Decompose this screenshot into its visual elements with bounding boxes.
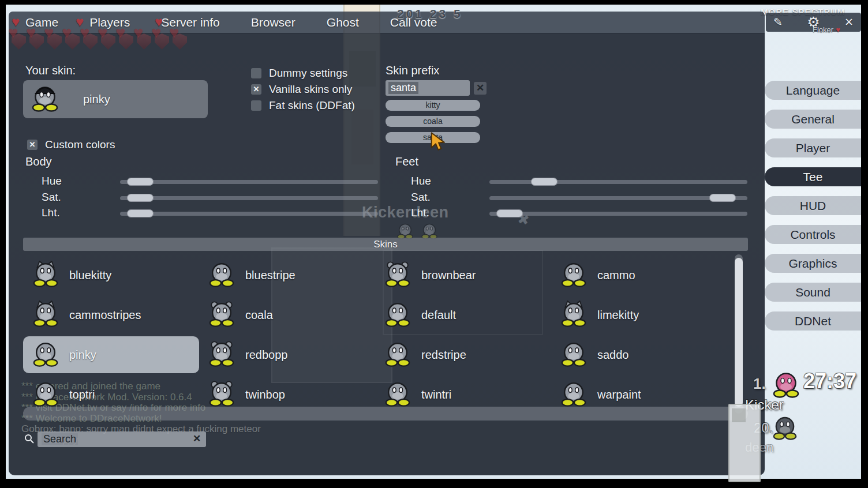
slider-track-bar[interactable] xyxy=(120,180,378,184)
armor-shield-icon xyxy=(119,33,133,50)
body-hue-slider[interactable] xyxy=(120,177,378,186)
skin-item-brownbear[interactable]: brownbear xyxy=(375,257,551,294)
armor-shield-icon xyxy=(137,33,151,50)
slider-handle[interactable] xyxy=(127,194,154,202)
current-skin-avatar-icon xyxy=(31,84,59,114)
tee-avatar-icon xyxy=(384,340,411,369)
tee-settings-panel: Kickerdeen ✖ *** entered and joined the … xyxy=(9,33,765,475)
skin-item-default[interactable]: default xyxy=(375,296,551,333)
body-sat-slider[interactable] xyxy=(120,193,378,202)
slider-handle[interactable] xyxy=(127,178,154,186)
body-lht-slider[interactable] xyxy=(120,209,378,218)
checkbox-fat-skins-ddfat[interactable]: Fat skins (DDFat) xyxy=(251,97,355,114)
skin-item-saddo[interactable]: saddo xyxy=(551,336,727,373)
skin-options: Dummy settings Vanilla skins only Fat sk… xyxy=(251,65,355,114)
checkbox-box-icon[interactable] xyxy=(27,140,38,150)
skin-item-redbopp[interactable]: redbopp xyxy=(199,336,375,373)
skin-item-redstripe[interactable]: redstripe xyxy=(375,336,551,373)
tab-ddnet[interactable]: DDNet xyxy=(765,311,861,331)
armor-shield-icon xyxy=(12,33,26,50)
clear-search-button[interactable]: ✕ xyxy=(190,433,203,445)
skin-name: cammo xyxy=(597,269,635,282)
feet-hue-slider[interactable] xyxy=(489,177,747,186)
current-skin-preview[interactable]: pinky xyxy=(23,80,208,118)
edit-pencil-icon[interactable]: ✎ xyxy=(773,16,783,29)
search-value: Search xyxy=(42,433,78,445)
skins-grid: bluekitty bluestripe brownbear cammo xyxy=(23,257,727,416)
clear-prefix-button[interactable]: ✕ xyxy=(474,82,487,95)
tab-player[interactable]: Player xyxy=(765,138,861,157)
skin-item-cammostripes[interactable]: cammostripes xyxy=(23,296,199,333)
search-input[interactable]: Search ✕ xyxy=(38,431,206,447)
tab-hud[interactable]: HUD xyxy=(765,196,861,215)
skins-header-label: Skins xyxy=(373,239,398,250)
slider-track-bar[interactable] xyxy=(120,196,378,200)
close-icon[interactable]: ✕ xyxy=(844,16,854,29)
checkbox-box-icon[interactable] xyxy=(251,84,261,95)
checkbox-box-icon[interactable] xyxy=(251,68,261,78)
slider-handle[interactable] xyxy=(127,209,154,217)
skin-item-bluestripe[interactable]: bluestripe xyxy=(199,257,375,294)
skin-name: twinbop xyxy=(245,388,285,401)
current-skin-name: pinky xyxy=(83,93,110,106)
spectate-name: Floker xyxy=(813,25,833,34)
tee-avatar-icon xyxy=(32,301,59,329)
custom-colors-checkbox[interactable]: Custom colors xyxy=(27,138,115,151)
armor-shield-icon xyxy=(83,33,98,50)
skin-prefix-input[interactable]: santa xyxy=(386,80,470,96)
checkbox-box-icon[interactable] xyxy=(251,100,261,111)
checkbox-label: Custom colors xyxy=(45,138,115,151)
skin-item-limekitty[interactable]: limekitty xyxy=(551,296,727,333)
skin-name: default xyxy=(421,309,456,322)
tee-avatar-icon xyxy=(208,380,235,409)
skin-item-cammo[interactable]: cammo xyxy=(551,257,727,294)
armor-shield-icon xyxy=(155,33,169,50)
tab-language[interactable]: Language xyxy=(765,81,861,100)
skins-scrollbar[interactable] xyxy=(735,254,743,414)
slider-label-feet-lht: Lht. xyxy=(411,207,429,219)
armor-shield-icon xyxy=(101,33,115,50)
armor-shield-icon xyxy=(65,33,80,50)
skins-header: Skins xyxy=(23,238,748,251)
menu-ghost[interactable]: Ghost xyxy=(327,16,359,29)
tab-sound[interactable]: Sound xyxy=(765,283,861,302)
slider-handle[interactable] xyxy=(709,194,736,202)
checkbox-vanilla-skins-only[interactable]: Vanilla skins only xyxy=(251,81,355,97)
tee-avatar-icon xyxy=(32,261,59,290)
slider-track-bar[interactable] xyxy=(489,196,747,200)
prefix-button-coala[interactable]: coala xyxy=(386,116,480,127)
bg-spectate-label: Floker♥ xyxy=(813,25,840,34)
tab-tee[interactable]: Tee xyxy=(765,167,861,186)
bottom-scrollbar[interactable] xyxy=(23,407,748,421)
feet-lht-slider[interactable] xyxy=(489,209,747,218)
tab-graphics[interactable]: Graphics xyxy=(765,254,861,273)
skin-item-coala[interactable]: coala xyxy=(199,296,375,333)
slider-track-bar[interactable] xyxy=(120,212,378,216)
skin-prefix-label: Skin prefix xyxy=(386,64,439,77)
slider-label-feet-hue: Hue xyxy=(411,175,431,187)
slider-handle[interactable] xyxy=(531,178,558,186)
skin-name: pinky xyxy=(69,348,96,362)
skin-name: saddo xyxy=(597,348,629,362)
armor-shield-icon xyxy=(47,33,62,50)
menu-browser[interactable]: Browser xyxy=(251,16,295,29)
prefix-button-kitty[interactable]: kitty xyxy=(386,100,480,111)
tab-controls[interactable]: Controls xyxy=(765,225,861,244)
skin-item-bluekitty[interactable]: bluekitty xyxy=(23,257,199,294)
slider-track-bar[interactable] xyxy=(489,212,747,216)
color-group-body: Body xyxy=(25,155,52,168)
checkbox-label: Dummy settings xyxy=(269,67,347,80)
tab-general[interactable]: General xyxy=(765,110,861,129)
skin-item-pinky[interactable]: pinky xyxy=(23,336,199,373)
checkbox-dummy-settings[interactable]: Dummy settings xyxy=(251,65,355,81)
search-icon xyxy=(24,434,35,446)
slider-track-bar[interactable] xyxy=(489,180,747,184)
skin-prefix-value: santa xyxy=(388,82,418,94)
skin-name: bluekitty xyxy=(69,269,111,282)
armor-shield-icon xyxy=(29,33,44,50)
feet-sat-slider[interactable] xyxy=(489,193,747,202)
tee-avatar-icon xyxy=(560,301,587,329)
scrollbar-thumb[interactable] xyxy=(735,258,743,407)
heart-icon: ♥ xyxy=(836,25,840,34)
slider-handle[interactable] xyxy=(496,209,523,217)
